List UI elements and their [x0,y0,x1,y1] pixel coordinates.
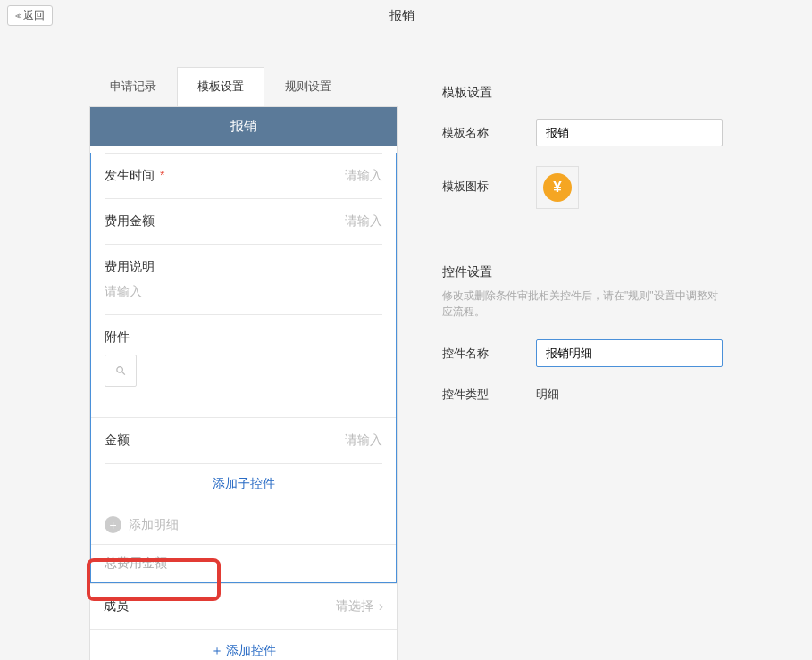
currency-icon: ¥ [543,173,572,202]
tab-apply-record[interactable]: 申请记录 [89,67,177,106]
plus-icon: ＋ [211,643,227,657]
back-button[interactable]: << 返回 [7,5,53,26]
paperclip-icon: ⚲ [113,363,129,379]
field-amount-placeholder: 请输入 [345,213,382,230]
field-description[interactable]: 费用说明 请输入 [91,245,396,314]
tab-template-settings[interactable]: 模板设置 [177,67,264,106]
back-button-label: 返回 [23,8,45,23]
template-name-label: 模板名称 [442,125,536,141]
field-money-label: 金额 [105,432,130,448]
template-settings-title: 模板设置 [442,85,723,101]
field-attachment-label: 附件 [105,330,382,346]
field-member-label: 成员 [104,598,129,614]
field-member-placeholder: 请选择 [336,598,373,614]
add-sub-control-button[interactable]: 添加子控件 [91,464,396,505]
field-description-placeholder: 请输入 [105,284,382,300]
plus-circle-icon: + [105,516,121,533]
field-time-placeholder: 请输入 [345,168,382,184]
template-icon-selector[interactable]: ¥ [536,166,579,209]
field-time-label: 发生时间 [105,168,155,182]
add-detail-button[interactable]: + 添加明细 [91,505,396,544]
control-name-label: 控件名称 [442,346,536,362]
detail-control-block[interactable]: 发生时间 * 请输入 费用金额 请输入 费用说明 请输入 [90,153,397,583]
page-header: << 返回 报销 [0,0,812,31]
control-settings-subtitle: 修改或删除条件审批相关控件后，请在"规则"设置中调整对应流程。 [442,288,723,320]
add-control-button[interactable]: ＋ 添加控件 [90,629,397,660]
control-name-input[interactable] [536,339,723,367]
field-amount-label: 费用金额 [105,213,155,230]
tab-bar: 申请记录 模板设置 规则设置 [89,67,398,106]
add-detail-label: 添加明细 [129,517,179,533]
template-name-input[interactable] [536,119,723,146]
chevron-right-icon: › [379,598,383,614]
control-settings-title: 控件设置 [442,264,723,280]
add-control-label: 添加控件 [226,643,276,657]
page-title: 报销 [53,8,751,24]
required-star-icon: * [156,168,164,182]
field-money[interactable]: 金额 请输入 [91,418,396,463]
control-type-value: 明细 [536,387,559,403]
chevron-left-double-icon: << [15,12,20,21]
field-attachment[interactable]: 附件 ⚲ [91,315,396,401]
control-type-label: 控件类型 [442,387,536,403]
field-amount[interactable]: 费用金额 请输入 [91,199,396,244]
preview-title: 报销 [90,107,397,146]
field-money-placeholder: 请输入 [345,432,382,448]
field-time[interactable]: 发生时间 * 请输入 [91,154,396,198]
tab-rule-settings[interactable]: 规则设置 [264,67,352,106]
attachment-upload-box[interactable]: ⚲ [105,355,137,387]
total-amount-row: 总费用金额 [91,544,396,582]
template-icon-label: 模板图标 [442,166,536,195]
field-description-label: 费用说明 [105,259,382,275]
form-preview: 报销 发生时间 * 请输入 费用金额 请输入 [89,106,398,660]
field-member[interactable]: 成员 请选择 › [90,583,397,629]
